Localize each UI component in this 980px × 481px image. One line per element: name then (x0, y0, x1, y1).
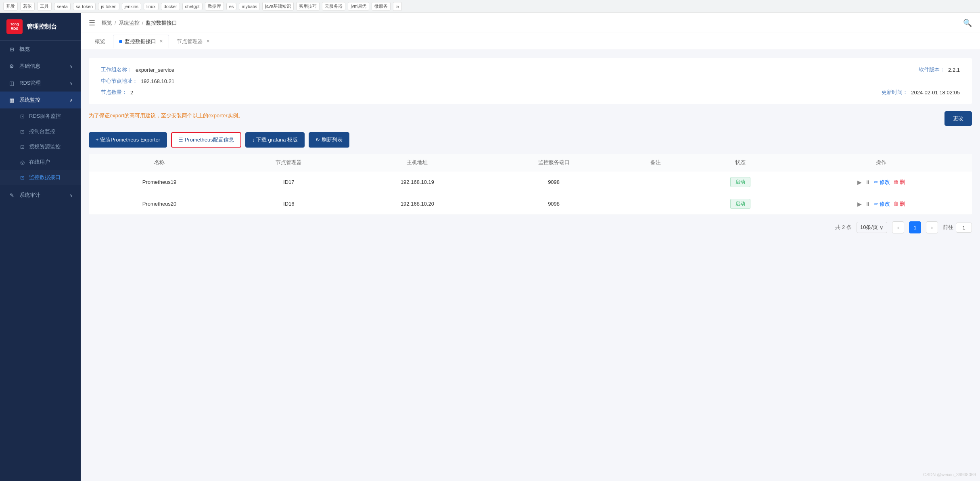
browser-tab[interactable]: jvm调优 (348, 2, 369, 10)
stop-icon[interactable]: ⏸ (865, 179, 871, 185)
sidebar-item-label: 监控数据接口 (29, 174, 61, 181)
edit-icon: ✏ (874, 201, 878, 207)
config-button[interactable]: ☰ Prometheus配置信息 (171, 132, 241, 148)
install-button[interactable]: + 安装Prometheus Exporter (89, 132, 167, 148)
delete-link[interactable]: 🗑 删 (893, 200, 905, 208)
info-update: 更新时间： 2024-02-01 18:02:05 (531, 89, 960, 96)
breadcrumb-item[interactable]: 系统监控 (119, 19, 140, 27)
workgroup-label: 工作组名称： (101, 66, 132, 73)
tab-label: 监控数据接口 (125, 38, 156, 45)
edit-link[interactable]: ✏ 修改 (874, 179, 890, 186)
browser-tab[interactable]: 数据库 (205, 2, 224, 10)
table-row: Prometheus20 ID16 192.168.10.20 9098 启动 … (89, 193, 972, 215)
browser-tab[interactable]: 云服务器 (322, 2, 345, 10)
sidebar-item-monitor[interactable]: ▦ 系统监控 ∧ (0, 92, 81, 108)
browser-tab[interactable]: es (226, 3, 237, 10)
start-icon[interactable]: ▶ (857, 201, 862, 207)
sidebar-item-label: RDS管理 (19, 79, 41, 87)
header-bar: ☰ 概览 / 系统监控 / 监控数据接口 🔍 (81, 13, 980, 33)
hamburger-icon[interactable]: ☰ (89, 19, 95, 27)
tab-node-mgr[interactable]: 节点管理器 ✕ (171, 35, 216, 48)
pagination-bar: 共 2 条 10条/页 ∨ ‹ 1 › 前往 (89, 215, 972, 237)
action-bar: + 安装Prometheus Exporter ☰ Prometheus配置信息… (89, 132, 972, 148)
action-icons: ▶ ⏸ ✏ 修改 🗑 删 (796, 200, 965, 208)
page-content: 工作组名称： exporter_service 软件版本： 2.2.1 中心节点… (81, 50, 980, 481)
update-button[interactable]: 更改 (944, 111, 972, 126)
sidebar-item-monitor-api[interactable]: ⊡ 监控数据接口 (0, 170, 81, 185)
action-icons: ▶ ⏸ ✏ 修改 🗑 删 (796, 179, 965, 186)
tab-overview[interactable]: 概览 (89, 35, 111, 48)
browser-tab[interactable]: linux (144, 3, 159, 10)
refresh-button[interactable]: ↻ 刷新列表 (309, 132, 349, 148)
edit-link[interactable]: ✏ 修改 (874, 200, 890, 208)
download-button[interactable]: ↓ 下载 grafana 模版 (245, 132, 305, 148)
cell-name: Prometheus20 (89, 193, 230, 215)
cell-status: 启动 (691, 171, 790, 193)
warning-banner: 为了保证export的高可用建议，至少安装两个以上的exporter实例。 (89, 110, 243, 121)
sidebar-item-overview[interactable]: ⊞ 概览 (0, 41, 81, 58)
console-icon: ⊡ (19, 129, 26, 135)
browser-tab[interactable]: 开发 (3, 2, 18, 10)
start-icon[interactable]: ▶ (857, 179, 862, 185)
browser-tab[interactable]: seata (54, 3, 71, 10)
browser-tab[interactable]: js-token (98, 3, 119, 10)
more-tabs-icon[interactable]: » (393, 2, 402, 11)
cell-node-mgr: ID17 (230, 171, 347, 193)
prev-page-btn[interactable]: ‹ (892, 221, 904, 233)
browser-tab[interactable]: 若依 (20, 2, 35, 10)
page-size-label: 10条/页 (860, 224, 878, 231)
info-software: 软件版本： 2.2.1 (531, 66, 960, 73)
cell-name: Prometheus19 (89, 171, 230, 193)
delete-link[interactable]: 🗑 删 (893, 179, 905, 186)
edit-icon: ✏ (874, 179, 878, 185)
browser-tab[interactable]: chetgpt (182, 3, 203, 10)
logo-icon: Tong RDS (6, 19, 23, 34)
edit-label: 修改 (880, 200, 890, 208)
data-table: 名称 节点管理器 主机地址 监控服务端口 备注 状态 操作 Prometheus… (89, 154, 972, 215)
next-page-btn[interactable]: › (926, 221, 938, 233)
software-label: 软件版本： (919, 66, 945, 73)
sidebar-item-rds-service[interactable]: ⊡ RDS服务监控 (0, 108, 81, 124)
users-icon: ◎ (19, 159, 26, 165)
browser-tab[interactable]: 实用技巧 (296, 2, 320, 10)
tab-monitor-api[interactable]: 监控数据接口 ✕ (113, 35, 169, 48)
cell-action: ▶ ⏸ ✏ 修改 🗑 删 (790, 193, 972, 215)
nodes-label: 节点数量： (101, 89, 127, 96)
browser-tab[interactable]: 工具 (37, 2, 52, 10)
status-badge: 启动 (730, 199, 750, 209)
tab-close-icon[interactable]: ✕ (159, 39, 163, 44)
page-number: 1 (913, 225, 916, 231)
page-1-btn[interactable]: 1 (909, 221, 921, 233)
tab-close-icon[interactable]: ✕ (206, 39, 210, 44)
browser-tab[interactable]: docker (161, 3, 180, 10)
tab-bar: 概览 监控数据接口 ✕ 节点管理器 ✕ (81, 33, 980, 50)
sidebar-item-label: 概览 (19, 46, 30, 53)
browser-tab[interactable]: jenkins (122, 3, 141, 10)
app-title: 管理控制台 (27, 23, 57, 31)
col-node-mgr: 节点管理器 (230, 154, 347, 171)
sidebar-item-basic[interactable]: ⚙ 基础信息 ∨ (0, 58, 81, 75)
pagination-size-selector[interactable]: 10条/页 ∨ (857, 222, 887, 233)
browser-tab[interactable]: sa-token (73, 3, 96, 10)
chevron-icon: ∨ (70, 81, 73, 85)
goto-input[interactable] (956, 223, 972, 233)
stop-icon[interactable]: ⏸ (865, 201, 871, 207)
status-badge: 启动 (730, 177, 750, 187)
sidebar: Tong RDS 管理控制台 ⊞ 概览 ⚙ 基础信息 ∨ ◫ RDS管理 ∨ ▦… (0, 13, 81, 481)
breadcrumb-item[interactable]: 概览 (102, 19, 112, 27)
sidebar-item-label: 系统监控 (19, 96, 40, 104)
sidebar-item-audit[interactable]: ✎ 系统审计 ∨ (0, 187, 81, 204)
sidebar-item-rds[interactable]: ◫ RDS管理 ∨ (0, 75, 81, 92)
monitor-icon: ▦ (8, 97, 15, 103)
sidebar-item-console-monitor[interactable]: ⊡ 控制台监控 (0, 124, 81, 139)
browser-tab[interactable]: mybatis (239, 3, 260, 10)
tab-label: 节点管理器 (177, 38, 203, 45)
search-icon[interactable]: 🔍 (963, 19, 972, 27)
sidebar-item-auth-monitor[interactable]: ⊡ 授权资源监控 (0, 139, 81, 154)
sidebar-item-online-users[interactable]: ◎ 在线用户 (0, 154, 81, 170)
browser-tab[interactable]: java基础知识 (262, 2, 294, 10)
col-remark: 备注 (621, 154, 691, 171)
goto-label: 前往 (943, 224, 953, 231)
sidebar-item-label: 在线用户 (29, 158, 50, 166)
browser-tab[interactable]: 微服务 (372, 2, 391, 10)
